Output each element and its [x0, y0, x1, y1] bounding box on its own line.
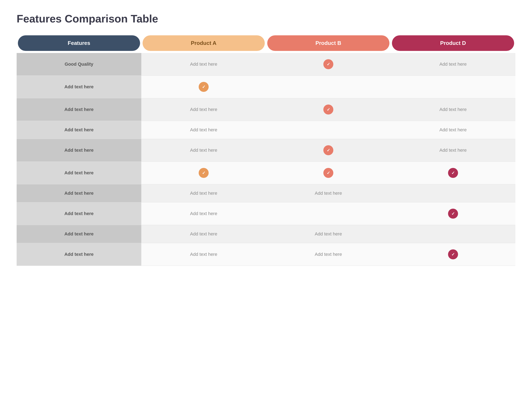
table-cell: Add text here [141, 98, 266, 121]
table-cell [266, 203, 391, 225]
feature-label-cell: Add text here [17, 243, 141, 266]
table-cell [266, 162, 391, 184]
feature-label-cell: Good Quality [17, 53, 141, 76]
feature-label-cell: Add text here [17, 225, 141, 243]
table-cell: Add text here [141, 139, 266, 161]
feature-label-cell: Add text here [17, 98, 141, 121]
table-cell: Add text here [141, 243, 266, 266]
check-icon [323, 105, 333, 114]
table-cell: Add text here [391, 98, 515, 121]
table-cell [266, 98, 391, 121]
comparison-table: Features Product A Product B Product D G… [17, 35, 515, 266]
feature-label-cell: Add text here [17, 184, 141, 202]
table-cell: Add text here [266, 243, 391, 266]
check-icon [448, 168, 458, 178]
check-icon [323, 59, 333, 69]
table-row: Good QualityAdd text hereAdd text here [17, 53, 515, 76]
header-product-d: Product D [392, 35, 514, 51]
check-icon [323, 145, 333, 155]
table-cell [266, 53, 391, 76]
table-cell [266, 121, 391, 139]
table-row: Add text hereAdd text here [17, 203, 515, 225]
table-row: Add text hereAdd text hereAdd text here [17, 225, 515, 243]
table-cell [391, 184, 515, 202]
table-body: Good QualityAdd text hereAdd text hereAd… [17, 53, 515, 266]
header-product-a: Product A [143, 35, 265, 51]
header-product-b: Product B [267, 35, 389, 51]
check-icon [199, 168, 209, 178]
check-icon [448, 209, 458, 219]
check-icon [448, 249, 458, 259]
table-cell [391, 162, 515, 184]
table-row: Add text here [17, 162, 515, 184]
table-header: Features Product A Product B Product D [17, 35, 515, 51]
check-icon [199, 82, 209, 92]
feature-label-cell: Add text here [17, 162, 141, 184]
table-cell: Add text here [266, 225, 391, 243]
table-cell: Add text here [141, 225, 266, 243]
feature-label-cell: Add text here [17, 76, 141, 98]
page-title: Features Comparison Table [17, 13, 515, 25]
table-cell: Add text here [266, 184, 391, 202]
table-cell: Add text here [141, 184, 266, 202]
table-row: Add text hereAdd text hereAdd text here [17, 184, 515, 203]
table-cell: Add text here [141, 121, 266, 139]
check-icon [323, 168, 333, 178]
table-cell: Add text here [141, 203, 266, 225]
table-cell [141, 76, 266, 98]
table-row: Add text here [17, 76, 515, 98]
table-cell [391, 76, 515, 98]
table-cell [391, 243, 515, 266]
table-row: Add text hereAdd text hereAdd text here [17, 243, 515, 266]
header-features: Features [18, 35, 140, 51]
table-row: Add text hereAdd text hereAdd text here [17, 139, 515, 162]
table-row: Add text hereAdd text hereAdd text here [17, 98, 515, 121]
table-row: Add text hereAdd text hereAdd text here [17, 121, 515, 139]
feature-label-cell: Add text here [17, 121, 141, 139]
table-cell: Add text here [141, 53, 266, 76]
table-cell [391, 203, 515, 225]
table-cell [266, 139, 391, 161]
feature-label-cell: Add text here [17, 203, 141, 225]
table-cell: Add text here [391, 139, 515, 161]
table-cell: Add text here [391, 53, 515, 76]
table-cell [141, 162, 266, 184]
table-cell [391, 225, 515, 243]
feature-label-cell: Add text here [17, 139, 141, 161]
table-cell: Add text here [391, 121, 515, 139]
table-cell [266, 76, 391, 98]
